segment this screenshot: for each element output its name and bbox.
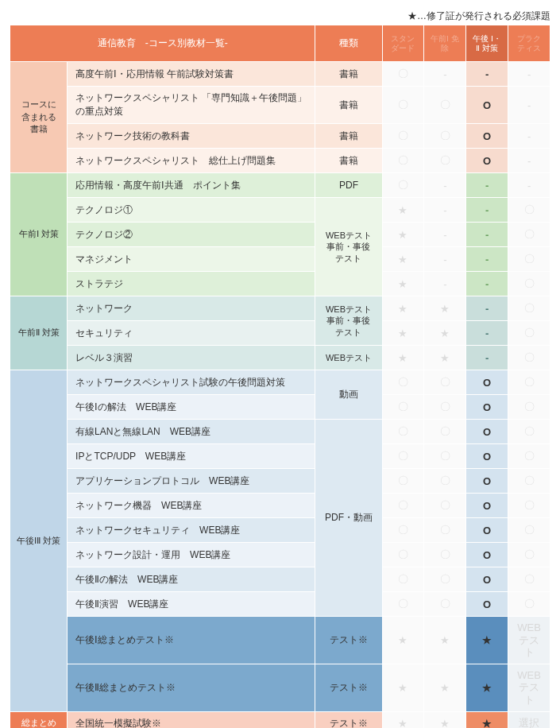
status-cell: O [466, 567, 508, 592]
status-cell: 〇 [424, 494, 466, 518]
material-name: 午後Ⅱ総まとめテスト※ [68, 664, 315, 711]
status-cell: 〇 [508, 198, 550, 223]
status-cell: 〇 [382, 173, 424, 198]
status-cell: 〇 [424, 518, 466, 543]
material-name: テクノロジ② [68, 223, 315, 247]
category-am1: 午前Ⅰ 対策 [10, 173, 68, 296]
status-cell: ★ [466, 664, 508, 711]
table-row: 午前Ⅱ 対策ネットワークWEBテスト 事前・事後 テスト★★-〇 [10, 296, 550, 321]
status-cell: ★ [424, 711, 466, 728]
status-cell: ★ [466, 617, 508, 664]
status-cell: ★ [382, 198, 424, 223]
table-row: テクノロジ①WEBテスト 事前・事後 テスト★--〇 [10, 198, 550, 223]
plan-header-4: プラク ティス [508, 25, 550, 62]
table-row: 総まとめ全国統一模擬試験※テスト※★★★選択 [10, 711, 550, 728]
status-cell: O [466, 494, 508, 518]
type-cell: WEBテスト [315, 346, 382, 370]
plan-header-2: 午前Ⅰ 免除 [424, 25, 466, 62]
type-cell: PDF・動画 [315, 420, 382, 617]
status-cell: 〇 [382, 592, 424, 617]
status-cell: 〇 [424, 370, 466, 395]
table-row: ネットワーク機器 WEB講座〇〇O〇 [10, 494, 550, 518]
table-row: 午前Ⅰ 対策応用情報・高度午前Ⅰ共通 ポイント集PDF〇--- [10, 173, 550, 198]
status-cell: - [424, 247, 466, 272]
table-row: 午後Ⅱ演習 WEB講座〇〇O〇 [10, 592, 550, 617]
status-cell: 〇 [424, 592, 466, 617]
status-cell: 〇 [382, 567, 424, 592]
status-cell: O [466, 444, 508, 469]
status-cell: ★ [424, 296, 466, 321]
status-cell: 〇 [424, 87, 466, 124]
status-cell: - [466, 346, 508, 370]
material-name: 高度午前Ⅰ・応用情報 午前試験対策書 [68, 62, 315, 87]
status-cell: 〇 [508, 223, 550, 247]
status-cell: - [508, 124, 550, 149]
status-cell: 〇 [424, 444, 466, 469]
material-name: IPとTCP/UDP WEB講座 [68, 444, 315, 469]
status-cell: 〇 [508, 420, 550, 444]
table-row: 有線LANと無線LAN WEB講座PDF・動画〇〇O〇 [10, 420, 550, 444]
status-cell: O [466, 592, 508, 617]
table-row: 午後Ⅰ総まとめテスト※テスト※★★★WEB テスト [10, 617, 550, 664]
status-cell: 〇 [382, 494, 424, 518]
status-cell: 〇 [508, 370, 550, 395]
type-cell: PDF [315, 173, 382, 198]
status-cell: - [466, 247, 508, 272]
status-cell: O [466, 543, 508, 567]
status-cell: 〇 [508, 296, 550, 321]
type-cell: 書籍 [315, 149, 382, 173]
status-cell: ★ [424, 346, 466, 370]
status-cell: 〇 [382, 444, 424, 469]
type-cell: WEBテスト 事前・事後 テスト [315, 296, 382, 346]
status-cell: ★ [382, 664, 424, 711]
material-name: セキュリティ [68, 321, 315, 346]
material-name: ネットワーク技術の教科書 [68, 124, 315, 149]
status-cell: ★ [424, 321, 466, 346]
table-row: テクノロジ②★--〇 [10, 223, 550, 247]
category-am2: 午前Ⅱ 対策 [10, 296, 68, 370]
status-cell: ★ [466, 711, 508, 728]
status-cell: 〇 [382, 87, 424, 124]
plan-header-3: 午後 Ⅰ・Ⅱ 対策 [466, 25, 508, 62]
status-cell: ★ [382, 223, 424, 247]
table-row: 午後Ⅰの解法 WEB講座〇〇O〇 [10, 395, 550, 420]
status-cell: - [508, 62, 550, 87]
material-name: アプリケーションプロトコル WEB講座 [68, 469, 315, 494]
status-cell: - [424, 272, 466, 296]
status-cell: 〇 [508, 518, 550, 543]
type-cell: 動画 [315, 370, 382, 420]
type-header: 種類 [315, 25, 382, 62]
category-pm: 午後ⅠⅡ 対策 [10, 370, 68, 712]
table-row: ネットワークセキュリティ WEB講座〇〇O〇 [10, 518, 550, 543]
header-row: 通信教育 -コース別教材一覧- 種類 スタン ダード 午前Ⅰ 免除 午後 Ⅰ・Ⅱ… [10, 25, 550, 62]
table-row: 午後ⅠⅡ 対策ネットワークスペシャリスト試験の午後問題対策動画〇〇O〇 [10, 370, 550, 395]
table-row: ネットワークスペシャリスト 「専門知識＋午後問題」の重点対策書籍〇〇O- [10, 87, 550, 124]
status-cell: - [424, 198, 466, 223]
status-cell: 〇 [424, 395, 466, 420]
status-cell: - [466, 272, 508, 296]
table-row: ネットワークスペシャリスト 総仕上げ問題集書籍〇〇O- [10, 149, 550, 173]
status-cell: ★ [382, 296, 424, 321]
status-cell: - [424, 62, 466, 87]
type-cell: 書籍 [315, 124, 382, 149]
type-cell: 書籍 [315, 62, 382, 87]
course-material-table: 通信教育 -コース別教材一覧- 種類 スタン ダード 午前Ⅰ 免除 午後 Ⅰ・Ⅱ… [10, 25, 550, 728]
status-cell: 〇 [382, 124, 424, 149]
status-cell: - [466, 223, 508, 247]
status-cell: 〇 [382, 469, 424, 494]
status-cell: 〇 [424, 420, 466, 444]
status-cell: 〇 [424, 124, 466, 149]
type-cell: 書籍 [315, 87, 382, 124]
category-summary: 総まとめ [10, 711, 68, 728]
status-cell: 〇 [508, 592, 550, 617]
status-cell: ★ [424, 617, 466, 664]
material-name: ネットワークセキュリティ WEB講座 [68, 518, 315, 543]
table-row: マネジメント★--〇 [10, 247, 550, 272]
type-cell: テスト※ [315, 617, 382, 664]
status-cell: 〇 [424, 567, 466, 592]
status-cell: 〇 [508, 247, 550, 272]
material-name: 午後Ⅱ演習 WEB講座 [68, 592, 315, 617]
material-name: ストラテジ [68, 272, 315, 296]
type-cell: WEBテスト 事前・事後 テスト [315, 198, 382, 296]
title-header: 通信教育 -コース別教材一覧- [10, 25, 315, 62]
